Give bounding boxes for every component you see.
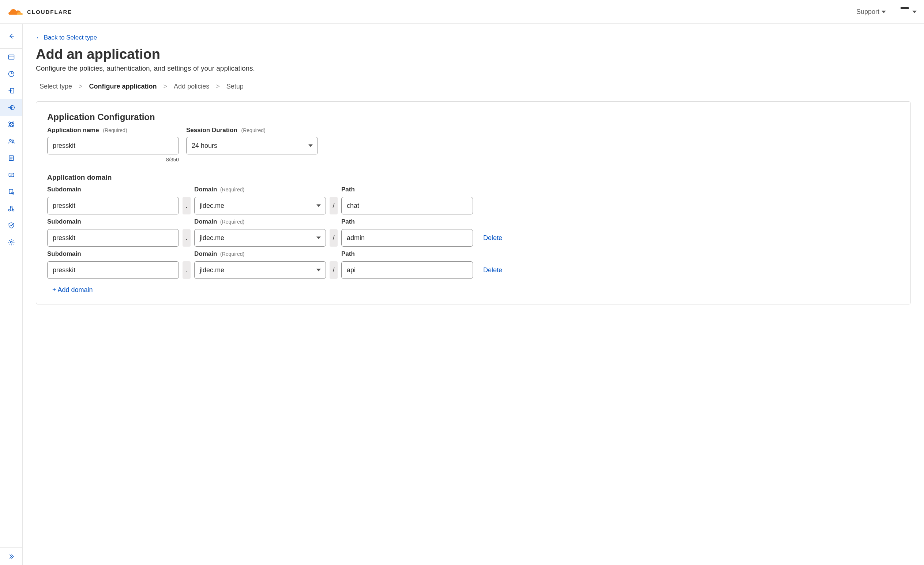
delete-domain-button[interactable]: Delete [477, 229, 900, 246]
svg-point-16 [12, 209, 14, 211]
domain-label: Domain (Required) [194, 218, 326, 225]
sidebar-back[interactable] [0, 24, 22, 49]
dot-separator: . [183, 197, 190, 215]
slash-separator: / [330, 229, 338, 246]
domain-label: Domain (Required) [194, 186, 326, 193]
svg-point-4 [8, 122, 10, 123]
list-icon [8, 155, 15, 162]
path-input[interactable] [341, 261, 473, 279]
page-title: Add an application [36, 47, 911, 62]
cloud-icon [8, 7, 25, 17]
subdomain-label: Subdomain [47, 250, 179, 258]
arrow-left-icon [8, 33, 15, 40]
step-setup[interactable]: Setup [226, 83, 244, 90]
subdomain-input[interactable] [47, 261, 179, 279]
updates-icon [8, 171, 15, 179]
sidebar-expand[interactable] [0, 547, 22, 565]
char-counter: 8/350 [47, 156, 179, 162]
sidebar-item-updates[interactable] [0, 167, 22, 183]
stepper-sep: > [164, 83, 168, 90]
brand-logo[interactable]: CLOUDFLARE [8, 7, 72, 17]
stepper-sep: > [216, 83, 220, 90]
delete-domain-button[interactable]: Delete [477, 261, 900, 279]
path-input[interactable] [341, 229, 473, 246]
sidebar-item-network[interactable] [0, 116, 22, 133]
cert-icon [8, 188, 15, 195]
support-label: Support [856, 8, 879, 16]
chevron-down-icon [912, 11, 916, 13]
chevrons-right-icon [8, 553, 15, 560]
path-label: Path [341, 218, 473, 225]
svg-rect-0 [8, 55, 14, 59]
svg-point-7 [12, 126, 14, 127]
access-out-icon [8, 87, 15, 95]
application-name-field: Application name (Required) 8/350 [47, 126, 179, 162]
top-header: CLOUDFLARE Support [0, 0, 924, 24]
settings-icon [8, 239, 15, 246]
svg-rect-12 [9, 189, 13, 194]
subdomain-label: Subdomain [47, 218, 179, 225]
application-config-card: Application Configuration Application na… [36, 101, 911, 305]
dot-separator: . [183, 229, 190, 246]
sidebar-item-list[interactable] [0, 150, 22, 167]
subdomain-label: Subdomain [47, 186, 179, 193]
session-duration-select[interactable]: 24 hours [186, 137, 318, 155]
browser-icon [8, 53, 15, 61]
shield-icon [8, 222, 15, 229]
stepper: Select type > Configure application > Ad… [39, 83, 911, 90]
page-subtitle: Configure the policies, authentication, … [36, 65, 911, 72]
sidebar-item-shield[interactable] [0, 217, 22, 234]
plus-icon: + [52, 286, 56, 294]
tunnel-icon [8, 205, 15, 212]
session-duration-field: Session Duration (Required) 24 hours [186, 126, 318, 162]
sidebar-item-cert[interactable] [0, 183, 22, 200]
analytics-icon [8, 70, 15, 78]
sidebar-item-access-in[interactable] [0, 99, 22, 116]
required-hint: (Required) [103, 127, 127, 133]
add-domain-button[interactable]: + Add domain [52, 286, 93, 294]
domain-grid: SubdomainDomain (Required)Path.jldec.me/… [47, 186, 900, 279]
sidebar-item-analytics[interactable] [0, 66, 22, 82]
subdomain-input[interactable] [47, 197, 179, 215]
chevron-down-icon [882, 11, 886, 13]
sidebar [0, 24, 22, 565]
team-icon [8, 138, 15, 145]
card-title: Application Configuration [47, 112, 900, 122]
back-to-select-link[interactable]: ← Back to Select type [36, 34, 97, 41]
session-duration-label: Session Duration [186, 126, 237, 134]
step-select-type[interactable]: Select type [39, 83, 72, 90]
domain-select[interactable]: jldec.me [194, 261, 326, 279]
sidebar-item-browser[interactable] [0, 49, 22, 66]
step-configure-application[interactable]: Configure application [89, 83, 157, 90]
svg-point-17 [10, 242, 12, 243]
svg-point-8 [9, 140, 11, 141]
access-in-icon [8, 104, 15, 111]
user-menu[interactable] [901, 7, 916, 17]
application-domain-heading: Application domain [47, 173, 900, 182]
slash-separator: / [330, 197, 338, 215]
support-menu[interactable]: Support [856, 8, 886, 16]
application-name-label: Application name [47, 126, 99, 134]
step-add-policies[interactable]: Add policies [174, 83, 209, 90]
main-content: ← Back to Select type Add an application… [22, 24, 924, 565]
path-label: Path [341, 186, 473, 193]
domain-label: Domain (Required) [194, 250, 326, 258]
application-name-input[interactable] [47, 137, 179, 155]
sidebar-item-team[interactable] [0, 133, 22, 150]
required-hint: (Required) [242, 127, 266, 133]
stepper-sep: > [79, 83, 82, 90]
brand-text: CLOUDFLARE [27, 9, 72, 15]
path-input[interactable] [341, 197, 473, 215]
sidebar-item-tunnel[interactable] [0, 200, 22, 217]
add-domain-label: Add domain [58, 286, 93, 294]
domain-select[interactable]: jldec.me [194, 197, 326, 215]
domain-select[interactable]: jldec.me [194, 229, 326, 246]
dot-separator: . [183, 261, 190, 279]
network-icon [8, 121, 15, 128]
svg-point-5 [12, 122, 14, 123]
svg-point-15 [8, 209, 10, 211]
subdomain-input[interactable] [47, 229, 179, 246]
sidebar-item-settings[interactable] [0, 234, 22, 251]
sidebar-item-access-out[interactable] [0, 82, 22, 99]
svg-point-6 [8, 126, 10, 127]
